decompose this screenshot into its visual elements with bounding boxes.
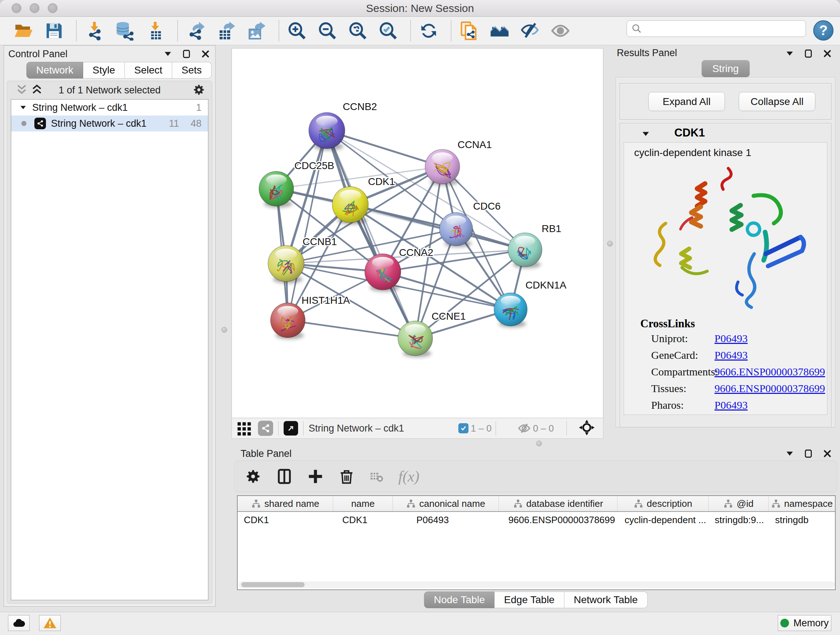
column-header-id[interactable]: @id: [709, 496, 769, 511]
clone-network-button[interactable]: [458, 19, 480, 42]
column-header-name[interactable]: name: [333, 496, 393, 511]
expand-all-button[interactable]: Expand All: [648, 92, 725, 111]
search-input[interactable]: [645, 23, 806, 35]
close-panel-icon[interactable]: [823, 449, 832, 458]
cell-description[interactable]: cyclin-dependent ...: [618, 515, 709, 526]
crosslink-link[interactable]: P06493: [714, 333, 748, 345]
zoom-out-button[interactable]: [316, 19, 339, 42]
export-network-button[interactable]: [185, 19, 207, 42]
delete-table-icon[interactable]: [369, 469, 384, 484]
cloud-status-button[interactable]: [8, 615, 30, 631]
network-edge[interactable]: [327, 131, 415, 339]
birds-eye-view-button[interactable]: [284, 421, 298, 435]
cell-canonical-name[interactable]: P06493: [393, 515, 499, 526]
network-view-button[interactable]: [258, 421, 273, 436]
tab-sets[interactable]: Sets: [172, 62, 212, 79]
close-panel-icon[interactable]: [201, 49, 210, 59]
crosslink-row: GeneCard: P06493: [651, 349, 825, 366]
column-header-canonical-name[interactable]: canonical name: [393, 496, 499, 511]
network-node-cdkn1a[interactable]: [494, 293, 527, 328]
show-columns-icon[interactable]: [276, 468, 293, 485]
string-home-button[interactable]: [488, 19, 511, 42]
collapse-section-icon[interactable]: [641, 129, 651, 139]
warnings-button[interactable]: [39, 615, 61, 631]
float-panel-icon[interactable]: [804, 449, 813, 458]
cell-shared-name[interactable]: CDK1: [238, 515, 333, 526]
cell-id[interactable]: stringdb:9...: [709, 515, 769, 526]
column-header-description[interactable]: description: [617, 496, 708, 511]
network-edge[interactable]: [288, 131, 327, 320]
network-graph[interactable]: CCNB2CCNA1CDC25BCDK1CDC6RB1CCNB1CCNA2CDK…: [232, 49, 603, 418]
network-node-ccnb1[interactable]: [268, 245, 304, 283]
tab-style[interactable]: Style: [83, 62, 125, 79]
left-splitter-handle[interactable]: [221, 327, 227, 333]
tab-string[interactable]: String: [701, 60, 750, 77]
import-table-file-button[interactable]: [144, 19, 166, 42]
zoom-fit-icon: [348, 21, 368, 41]
network-node-cdk1[interactable]: [332, 187, 368, 225]
hide-selected-button[interactable]: [519, 19, 541, 42]
tab-node-table[interactable]: Node Table: [424, 592, 494, 608]
network-node-rb1[interactable]: [508, 233, 542, 268]
tab-select[interactable]: Select: [125, 62, 172, 79]
network-node-ccne1[interactable]: [398, 321, 433, 357]
import-network-file-button[interactable]: [83, 19, 106, 42]
import-network-database-button[interactable]: [114, 19, 136, 42]
column-header-shared-name[interactable]: shared name: [238, 496, 333, 511]
open-session-button[interactable]: [12, 19, 35, 42]
right-splitter-handle[interactable]: [607, 241, 613, 247]
tab-network-table[interactable]: Network Table: [564, 592, 647, 608]
network-node-cdc25b[interactable]: [259, 171, 294, 207]
scrollbar-thumb[interactable]: [241, 582, 305, 587]
collapse-panel-icon[interactable]: [785, 449, 794, 458]
delete-column-trash-icon[interactable]: [338, 468, 355, 485]
function-builder-icon[interactable]: f(x): [398, 468, 419, 485]
network-collection-row[interactable]: String Network – cdk1 1: [11, 100, 208, 116]
cell-namespace[interactable]: stringdb: [769, 515, 835, 526]
tree-expand-icon[interactable]: [19, 103, 27, 111]
network-node-hist1h1a[interactable]: [271, 303, 305, 339]
help-button[interactable]: ?: [813, 20, 834, 41]
network-canvas[interactable]: CCNB2CCNA1CDC25BCDK1CDC6RB1CCNB1CCNA2CDK…: [232, 48, 603, 418]
export-table-button[interactable]: [215, 19, 237, 42]
pan-mode-button[interactable]: [578, 419, 595, 437]
memory-button[interactable]: Memory: [778, 615, 831, 631]
crosslink-link[interactable]: P06493: [714, 349, 748, 361]
apply-layout-button[interactable]: [417, 19, 440, 42]
database-icon: [115, 21, 134, 41]
close-panel-icon[interactable]: [823, 49, 832, 58]
save-session-button[interactable]: [43, 19, 65, 42]
tab-edge-table[interactable]: Edge Table: [494, 592, 564, 608]
table-horizontal-scrollbar[interactable]: [238, 581, 835, 588]
zoom-in-button[interactable]: [286, 19, 308, 42]
network-edge[interactable]: [288, 320, 415, 339]
fit-content-button[interactable]: [347, 19, 369, 42]
show-selected-button[interactable]: [549, 19, 572, 42]
network-options-button[interactable]: [193, 83, 205, 96]
crosslink-link[interactable]: 9606.ENSP00000378699: [714, 366, 825, 378]
export-image-button[interactable]: [245, 19, 268, 42]
cell-database-identifier[interactable]: 9606.ENSP00000378699: [499, 515, 617, 526]
horizontal-splitter-handle[interactable]: [536, 440, 542, 447]
create-column-plus-icon[interactable]: [307, 468, 324, 485]
cell-name[interactable]: CDK1: [333, 515, 393, 526]
crosslink-link[interactable]: P06493: [714, 399, 748, 411]
grid-view-button[interactable]: [236, 420, 252, 437]
zoom-selected-button[interactable]: [377, 19, 399, 42]
selected-checkbox-icon[interactable]: [458, 423, 469, 433]
crosslink-link[interactable]: 9606.ENSP00000378699: [714, 382, 825, 394]
network-node-cdc6[interactable]: [439, 212, 473, 247]
float-panel-icon[interactable]: [804, 49, 813, 58]
collapse-panel-icon[interactable]: [163, 49, 172, 59]
column-header-namespace[interactable]: namespace: [769, 496, 835, 511]
float-panel-icon[interactable]: [182, 49, 191, 59]
network-node-ccna2[interactable]: [365, 254, 401, 292]
network-row[interactable]: String Network – cdk1 11 48: [11, 116, 208, 131]
table-options-gear-icon[interactable]: [245, 468, 262, 485]
table-row[interactable]: CDK1 CDK1 P06493 9606.ENSP00000378699 cy…: [238, 512, 835, 528]
tab-network[interactable]: Network: [27, 62, 83, 79]
collapse-all-button[interactable]: Collapse All: [739, 92, 815, 111]
network-node-ccna1[interactable]: [425, 149, 460, 185]
collapse-panel-icon[interactable]: [785, 49, 794, 58]
column-header-database-identifier[interactable]: database identifier: [499, 496, 617, 511]
